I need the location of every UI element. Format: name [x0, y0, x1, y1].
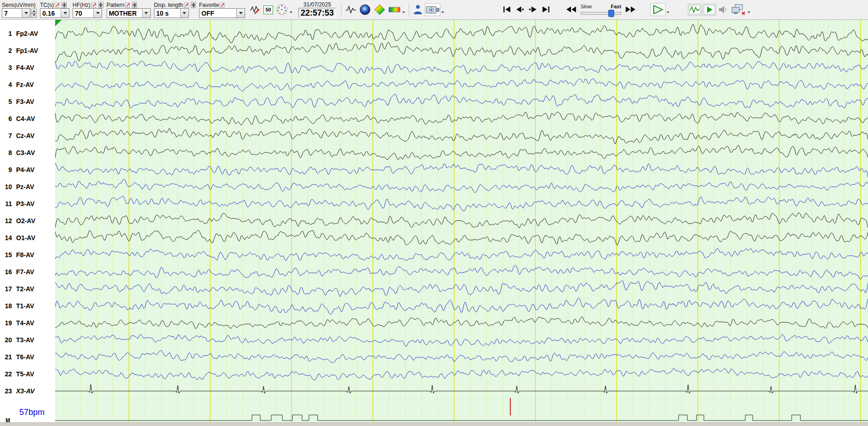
favorite-value: OFF — [200, 10, 236, 17]
channel-row[interactable]: 9P4-AV — [0, 165, 34, 174]
pattern-spinner[interactable] — [132, 2, 137, 8]
step-forward-button[interactable] — [527, 5, 539, 15]
hf-select[interactable]: 70 — [73, 8, 102, 18]
sens-spinner[interactable] — [31, 9, 37, 18]
colorbar-button[interactable] — [388, 4, 401, 15]
channel-row[interactable]: 16F7-AV — [0, 267, 34, 276]
rewind-button[interactable] — [565, 5, 578, 15]
sens-dropdown-button[interactable] — [22, 9, 30, 17]
topo-map-button[interactable] — [358, 3, 372, 17]
sens-spinner-down[interactable] — [31, 13, 37, 18]
channel-row[interactable]: 21T6-AV — [0, 352, 34, 362]
disp-length-spinner-up[interactable] — [191, 2, 196, 5]
speed-slider-track[interactable] — [581, 10, 621, 16]
tc-select[interactable]: 0.16 — [40, 8, 69, 18]
hf-dropdown-button[interactable] — [93, 9, 102, 17]
sens-select[interactable]: 7 — [2, 8, 30, 18]
skip-start-icon — [502, 6, 512, 14]
speed-slider: Slow Fast — [581, 4, 621, 16]
channel-number: 1 — [0, 30, 12, 37]
channel-row[interactable]: 17T2-AV — [0, 284, 34, 294]
sens-label: Sens(uV/mm) — [2, 2, 35, 8]
spectral-map-button[interactable] — [373, 3, 387, 17]
favorite-group: Favorite OFF — [199, 1, 245, 18]
patient-info-button[interactable] — [412, 3, 424, 16]
sens-spinner-up[interactable] — [31, 9, 37, 13]
tc-spinner[interactable] — [62, 2, 67, 8]
disp-length-dropdown-button[interactable] — [180, 9, 188, 17]
favorite-dropdown-button[interactable] — [236, 9, 245, 17]
video-button[interactable] — [425, 3, 440, 16]
pattern-dropdown-button[interactable] — [142, 9, 150, 17]
play-button[interactable] — [650, 3, 666, 16]
channel-row[interactable]: 2Fp1-AV — [0, 46, 38, 55]
monitor-wave-button[interactable] — [688, 4, 702, 16]
network-dropdown-arrow[interactable] — [748, 12, 750, 15]
pattern-spinner-up[interactable] — [132, 2, 137, 5]
step-back-button[interactable] — [514, 5, 526, 15]
rewind-icon — [565, 6, 577, 14]
channel-row[interactable]: 14O1-AV — [0, 233, 35, 242]
hf-spinner-down[interactable] — [98, 5, 103, 8]
channel-number: 19 — [0, 319, 12, 327]
maps-dropdown-arrow[interactable] — [402, 12, 405, 15]
channel-row[interactable]: 6C4-AV — [0, 114, 35, 123]
channel-row[interactable]: 11P3-AV — [0, 199, 34, 208]
skip-start-button[interactable] — [501, 5, 513, 15]
channel-row[interactable]: 12O2-AV — [0, 216, 35, 225]
skip-end-button[interactable] — [540, 5, 552, 15]
hf-spinner-up[interactable] — [98, 2, 103, 5]
tc-dropdown-button[interactable] — [61, 9, 69, 17]
channel-row[interactable]: 10Pz-AV — [0, 182, 34, 191]
hf-edit-pencil-icon[interactable] — [91, 2, 97, 8]
speed-slider-thumb[interactable] — [608, 10, 614, 17]
brain-topo-map-icon — [359, 4, 371, 16]
channel-row[interactable]: 20T3-AV — [0, 335, 34, 345]
montage-map-button[interactable] — [275, 3, 289, 17]
channel-row[interactable]: 19T4-AV — [0, 318, 34, 328]
channel-row[interactable]: 3F4-AV — [0, 63, 34, 72]
channel-number: 11 — [0, 200, 12, 207]
disp-length-spinner[interactable] — [191, 2, 196, 8]
disp-length-spinner-down[interactable] — [191, 5, 196, 8]
pattern-select[interactable]: MOTHER — [107, 8, 151, 18]
bottom-scroll-strip[interactable] — [0, 422, 868, 426]
disp-length-select[interactable]: 10 s — [154, 8, 189, 18]
channel-number: 22 — [0, 370, 12, 378]
montage-dropdown-arrow[interactable] — [290, 12, 292, 15]
pattern-edit-pencil-icon[interactable] — [125, 2, 131, 8]
notch-50-icon: 50 — [263, 6, 273, 14]
channel-row[interactable]: 5F3-AV — [0, 97, 34, 106]
tc-spinner-up[interactable] — [62, 2, 67, 5]
channel-row[interactable]: 23X3-AV — [0, 386, 34, 396]
fast-forward-button[interactable] — [623, 5, 637, 15]
notch-filter-button[interactable]: 50 — [263, 5, 274, 15]
channel-number: 17 — [0, 285, 12, 293]
tc-edit-pencil-icon[interactable] — [55, 2, 60, 8]
channel-row[interactable]: 1Fp2-AV — [0, 29, 38, 38]
wave-edit-button[interactable] — [249, 3, 262, 16]
channel-row[interactable]: 15F8-AV — [0, 250, 34, 259]
favorite-edit-pencil-icon[interactable] — [220, 2, 225, 8]
play-dropdown-arrow[interactable] — [667, 12, 669, 15]
channel-row[interactable]: 4Fz-AV — [0, 80, 34, 89]
pattern-spinner-down[interactable] — [132, 5, 137, 8]
channel-row[interactable]: 18T1-AV — [0, 301, 34, 311]
channel-number: 2 — [0, 47, 12, 54]
eeg-trace-area[interactable] — [55, 20, 868, 426]
hf-spinner[interactable] — [98, 2, 103, 8]
channel-row[interactable]: 7Cz-AV — [0, 131, 34, 140]
disp-length-edit-pencil-icon[interactable] — [184, 2, 189, 8]
monitor-play-button[interactable] — [702, 4, 716, 16]
channel-row[interactable]: 22T5-AV — [0, 369, 34, 379]
mini-wave-button[interactable] — [344, 4, 357, 16]
channel-number: 18 — [0, 302, 12, 310]
network-monitor-button[interactable] — [730, 3, 747, 17]
channel-row[interactable]: 8C3-AV — [0, 148, 35, 157]
video-dropdown-arrow[interactable] — [441, 12, 444, 15]
tc-spinner-down[interactable] — [62, 5, 67, 8]
channel-label: F8-AV — [16, 251, 34, 259]
speaker-button[interactable] — [717, 4, 729, 16]
favorite-label: Favorite — [199, 2, 219, 8]
favorite-select[interactable]: OFF — [199, 8, 245, 18]
